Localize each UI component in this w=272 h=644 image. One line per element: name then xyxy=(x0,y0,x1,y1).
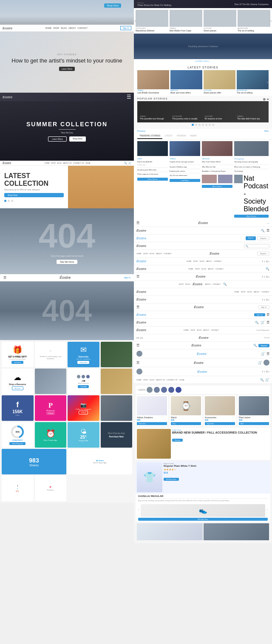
user-avatar-1[interactable] xyxy=(147,387,153,393)
nav4-search-box[interactable]: 🔍 xyxy=(244,244,269,248)
pop-dot-1[interactable] xyxy=(192,124,194,126)
nav2-ham-icon[interactable]: ☰ xyxy=(266,229,269,233)
thumbs-next-arrow[interactable]: › xyxy=(270,19,272,23)
nav21-search-icon[interactable]: 🔍 xyxy=(260,378,264,382)
nav18-ham-icon[interactable]: ☰ xyxy=(266,352,269,356)
nav8-gplus-icon[interactable]: G+ xyxy=(266,275,269,278)
nav12-ham-icon[interactable]: ☰ xyxy=(136,305,139,309)
nav14-cart-icon[interactable]: 🛒 xyxy=(261,321,265,324)
nav20-gplus-icon[interactable]: G+ xyxy=(266,370,269,373)
lc-cart-icon[interactable]: 🛒 xyxy=(128,162,131,165)
hero-shop-btn[interactable]: Shop Now xyxy=(104,3,121,8)
blog-learn-btn[interactable]: Learn More xyxy=(59,67,75,71)
summer-shop-btn[interactable]: Shop Now xyxy=(69,136,86,142)
tab-trending[interactable]: TRENDING STORIES xyxy=(137,133,162,139)
nav7-search-icon[interactable]: 🔍 xyxy=(266,267,269,271)
gazelle-next-arrow[interactable]: › xyxy=(266,508,268,512)
latest-load-more[interactable]: Load More xyxy=(170,179,200,182)
dot-3[interactable] xyxy=(11,200,13,202)
avatar-view-btn[interactable]: View All xyxy=(78,385,89,388)
acc-btn[interactable]: Sign Now xyxy=(205,422,235,425)
dot-2[interactable] xyxy=(8,200,10,202)
pop-dot-6[interactable] xyxy=(209,124,211,126)
nav20-fb-icon[interactable]: f xyxy=(262,370,263,373)
tab-fashion[interactable]: FASHION xyxy=(175,133,188,139)
news-load-more[interactable]: More Stories xyxy=(234,215,269,218)
fashion-load-more[interactable]: More Stories xyxy=(202,185,232,188)
tab-latest[interactable]: LATEST xyxy=(162,133,175,139)
tab-news[interactable]: NEWS xyxy=(188,133,199,139)
pinterest-follow-btn[interactable]: Follow xyxy=(46,412,55,415)
gazelle-prev-arrow[interactable]: ‹ xyxy=(138,508,139,512)
subscribe-btn[interactable]: Subscribe xyxy=(77,361,89,364)
nav13-signup-btn[interactable]: Sign Up xyxy=(254,313,265,316)
tshirt-buy-btn[interactable]: $19 Buy Now xyxy=(164,478,179,481)
nav8-tw-icon[interactable]: t xyxy=(264,275,265,278)
nav19-ham-icon[interactable]: ☰ xyxy=(136,361,139,365)
error-404-back-btn[interactable]: Take Me Home xyxy=(57,260,78,264)
nav21-cart-icon[interactable]: 🛒 xyxy=(265,378,269,382)
brand-new-btn[interactable]: Browse xyxy=(172,439,183,442)
nav17-ham-icon[interactable]: ☰ xyxy=(136,343,139,347)
nav12-signin-btn[interactable]: Sign In xyxy=(258,305,269,309)
next-title[interactable]: Rise Of The 90s Startup Companies xyxy=(235,3,269,6)
nav17-search-btn[interactable]: Search xyxy=(258,344,269,347)
nav18-cart-icon[interactable]: 🛒 xyxy=(261,352,265,356)
user-avatar-3[interactable] xyxy=(161,387,167,393)
pop-dot-3[interactable] xyxy=(198,124,201,126)
nav5-register-btn[interactable]: Register xyxy=(257,252,269,255)
nav11-gplus-icon[interactable]: G+ xyxy=(266,298,269,301)
eostre-404-menu[interactable]: ☰ xyxy=(3,276,6,280)
cloud-browse-btn[interactable]: Browse xyxy=(12,386,23,390)
summer-menu-icon[interactable]: ☰ xyxy=(127,94,131,100)
pop-dot-5[interactable] xyxy=(205,124,207,126)
nav20-tw-icon[interactable]: t xyxy=(264,370,265,373)
pop-dot-2[interactable] xyxy=(195,124,197,126)
user-avatar-2[interactable] xyxy=(154,387,160,393)
nav2-search-icon[interactable]: 🔍 xyxy=(261,229,265,233)
nav11-tw-icon[interactable]: t xyxy=(264,298,265,301)
nav17-search-icon[interactable]: 🔍 xyxy=(253,344,257,347)
nav8-ham-icon[interactable]: ☰ xyxy=(136,275,139,278)
lc-shop-btn[interactable]: Shop Now xyxy=(4,193,64,197)
nav3-register-btn[interactable]: Register xyxy=(257,236,269,240)
user-avatar-5[interactable] xyxy=(176,387,181,393)
prev-btn[interactable]: Previous xyxy=(137,130,145,132)
nav14-ham-icon[interactable]: ☰ xyxy=(266,321,269,324)
popular-grid-icon[interactable]: ⊞ xyxy=(263,98,266,101)
user-avatar-4[interactable] xyxy=(168,387,174,393)
shoes-btn[interactable]: Overview xyxy=(137,422,167,425)
instagram-follow-btn[interactable]: Follow xyxy=(79,411,88,414)
view-progress-btn[interactable]: View Progress xyxy=(9,442,26,445)
nav13-ham-icon[interactable]: ☰ xyxy=(266,313,269,317)
thumbs-prev-arrow[interactable]: ‹ xyxy=(134,19,136,23)
nav3-signin-btn[interactable]: Sign In xyxy=(246,236,256,240)
stories-prev-arrow[interactable]: ‹ xyxy=(138,80,139,85)
nav19-cart-icon[interactable]: 🛒 xyxy=(258,361,262,365)
gazelle-buy-btn[interactable]: $16 Buy Now xyxy=(138,518,268,521)
popular-list-icon[interactable]: ≡ xyxy=(267,98,269,101)
nav6-tw-icon[interactable]: t xyxy=(264,260,265,263)
next-btn[interactable]: Next xyxy=(264,130,269,132)
pop-dot-4[interactable] xyxy=(202,124,204,126)
blog-nav-btn[interactable]: Sign In xyxy=(120,26,131,30)
watch-btn[interactable]: Buy xyxy=(171,422,201,425)
pop-dot-7[interactable] xyxy=(212,124,214,126)
load-more-btn[interactable]: Load More Stories ... xyxy=(134,59,272,63)
nav6-fb-icon[interactable]: f xyxy=(262,260,263,263)
nav6-gplus-icon[interactable]: G+ xyxy=(266,260,269,263)
dot-1[interactable] xyxy=(4,200,6,202)
eostre-404-signin[interactable]: Sign In xyxy=(124,276,130,279)
trending-load-more[interactable]: Show Stories xyxy=(137,178,168,181)
nav11-fb-icon[interactable]: f xyxy=(262,298,263,301)
nav14-search-icon[interactable]: 🔍 xyxy=(255,321,259,324)
gift-btn[interactable]: Get Now xyxy=(11,361,23,364)
lc-search-icon[interactable]: 🔍 xyxy=(124,162,127,165)
nav8-fb-icon[interactable]: f xyxy=(262,275,263,278)
plaid-btn[interactable]: $16 xyxy=(239,422,269,425)
prev-title[interactable]: These Shoes Are Made For Walking xyxy=(137,4,171,6)
stories-next-arrow[interactable]: › xyxy=(267,80,268,85)
nav9-search-icon[interactable]: 🔍 xyxy=(223,283,227,286)
summer-learn-btn[interactable]: Learn More xyxy=(48,136,67,142)
nav1-ham-icon[interactable]: ☰ xyxy=(136,221,139,225)
